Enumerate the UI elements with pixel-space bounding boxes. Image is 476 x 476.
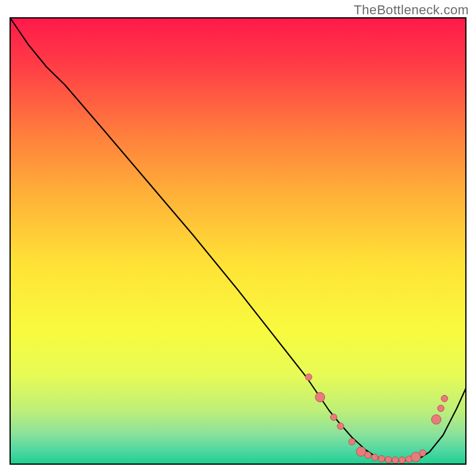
marker-dot: [437, 405, 444, 412]
marker-dot: [419, 450, 426, 456]
marker-dot: [365, 452, 371, 459]
marker-dot: [411, 452, 421, 462]
chart-svg: [0, 0, 476, 476]
marker-dot: [392, 457, 399, 464]
marker-dot: [378, 456, 385, 462]
marker-dot: [399, 457, 405, 464]
marker-dot: [305, 374, 312, 380]
chart-stage: TheBottleneck.com: [0, 0, 476, 476]
marker-dot: [349, 439, 355, 445]
plot-background: [10, 18, 466, 464]
marker-dot: [337, 423, 344, 430]
marker-dot: [330, 414, 337, 421]
watermark-label: TheBottleneck.com: [354, 2, 469, 18]
marker-dot: [385, 456, 392, 463]
marker-dot: [441, 395, 448, 402]
marker-dot: [315, 393, 325, 402]
marker-dot: [371, 454, 378, 461]
marker-dot: [431, 415, 441, 424]
